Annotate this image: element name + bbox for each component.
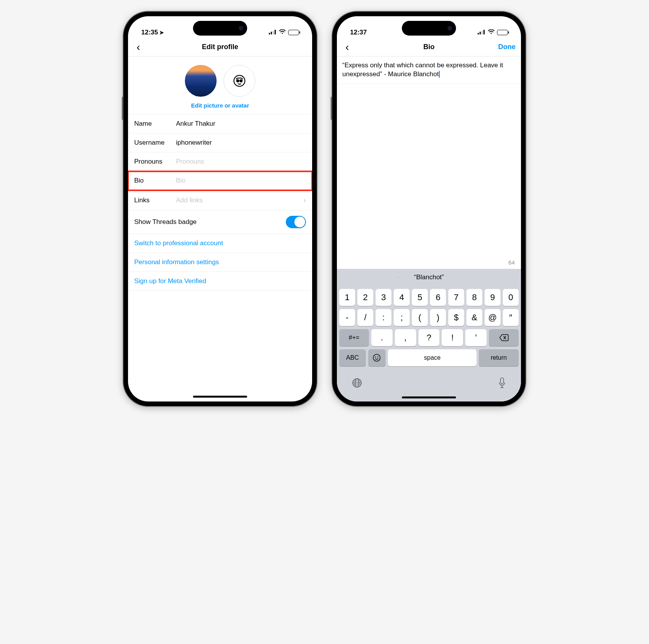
key-return[interactable]: return (479, 349, 519, 366)
key-abc[interactable]: ABC (339, 349, 366, 366)
svg-rect-7 (478, 33, 479, 34)
svg-rect-9 (482, 31, 483, 34)
svg-point-4 (234, 75, 245, 86)
location-arrow-icon: ➤ (159, 29, 164, 36)
key-space[interactable]: space (388, 349, 477, 366)
back-button[interactable]: ‹ (133, 40, 143, 54)
keyboard-footer (338, 369, 519, 393)
key-3[interactable]: 3 (376, 289, 391, 306)
char-count: 64 (508, 259, 515, 266)
label-bio: Bio (134, 177, 176, 184)
key-dollar[interactable]: $ (448, 309, 464, 326)
row-username[interactable]: Username iphonewriter (128, 133, 312, 152)
nav-bar: ‹ Bio Done (337, 38, 521, 56)
value-username: iphonewriter (176, 139, 306, 147)
bio-text-value: “Express only that which cannot be expre… (342, 61, 503, 78)
suggestion-center[interactable]: “Blanchot” (398, 273, 460, 281)
status-time: 12:37 (350, 29, 367, 36)
svg-rect-2 (273, 31, 274, 34)
bio-empty-area[interactable]: 64 (337, 84, 521, 269)
key-period[interactable]: . (371, 329, 393, 346)
placeholder-links: Add links (176, 196, 303, 204)
key-rparen[interactable]: ) (430, 309, 446, 326)
avatar-option[interactable] (224, 65, 255, 97)
key-2[interactable]: 2 (357, 289, 373, 306)
value-name: Ankur Thakur (176, 120, 306, 128)
bio-text-input[interactable]: “Express only that which cannot be expre… (337, 56, 521, 84)
home-indicator[interactable] (402, 396, 456, 398)
svg-point-12 (375, 357, 376, 357)
key-1[interactable]: 1 (339, 289, 355, 306)
suggestion-bar: “Blanchot” (337, 269, 521, 286)
key-0[interactable]: 0 (503, 289, 519, 306)
key-amp[interactable]: & (466, 309, 482, 326)
battery-icon (288, 30, 299, 35)
row-links[interactable]: Links Add links › (128, 190, 312, 210)
link-meta-verified[interactable]: Sign up for Meta Verified (128, 272, 312, 291)
key-quote[interactable]: ″ (503, 309, 519, 326)
key-semicolon[interactable]: ; (394, 309, 410, 326)
key-exclaim[interactable]: ! (442, 329, 463, 346)
page-title: Bio (424, 43, 435, 51)
threads-badge-toggle[interactable] (286, 216, 306, 228)
backspace-icon (499, 334, 509, 341)
emoji-icon (372, 354, 381, 362)
avatar-section: Edit picture or avatar (128, 56, 312, 114)
svg-rect-19 (500, 378, 504, 384)
placeholder-pronouns: Pronouns (176, 158, 306, 166)
profile-photo[interactable] (185, 65, 217, 97)
label-name: Name (134, 120, 176, 128)
key-symbols-mode[interactable]: #+= (339, 329, 369, 346)
svg-rect-3 (275, 30, 276, 34)
key-at[interactable]: @ (485, 309, 500, 326)
home-indicator[interactable] (193, 396, 247, 398)
key-dash[interactable]: - (339, 309, 355, 326)
globe-icon[interactable] (352, 378, 362, 390)
svg-point-11 (373, 354, 380, 361)
label-links: Links (134, 196, 176, 204)
status-time: 12:35 (141, 29, 158, 36)
row-name[interactable]: Name Ankur Thakur (128, 114, 312, 133)
keyboard-row-4: ABC space return (338, 349, 519, 366)
link-switch-professional[interactable]: Switch to professional account (128, 234, 312, 253)
key-apostrophe[interactable]: ’ (465, 329, 487, 346)
phone-right: 12:37 ‹ Bio Done “Express only that whic… (332, 12, 526, 406)
key-comma[interactable]: , (395, 329, 416, 346)
row-bio[interactable]: Bio Bio (128, 171, 312, 190)
keyboard: “Blanchot” 1 2 3 4 5 6 7 8 9 0 - / : ; ( (337, 269, 521, 401)
nav-bar: ‹ Edit profile (128, 38, 312, 56)
svg-point-13 (377, 357, 378, 357)
key-slash[interactable]: / (357, 309, 373, 326)
key-6[interactable]: 6 (430, 289, 446, 306)
key-4[interactable]: 4 (394, 289, 410, 306)
row-pronouns[interactable]: Pronouns Pronouns (128, 152, 312, 171)
done-button[interactable]: Done (498, 43, 516, 51)
keyboard-row-3: #+= . , ? ! ’ (338, 329, 519, 346)
text-cursor (439, 71, 440, 78)
link-personal-info[interactable]: Personal information settings (128, 253, 312, 272)
label-pronouns: Pronouns (134, 158, 176, 166)
keyboard-row-1: 1 2 3 4 5 6 7 8 9 0 (338, 289, 519, 306)
keyboard-row-2: - / : ; ( ) $ & @ ″ (338, 309, 519, 326)
screen-right: 12:37 ‹ Bio Done “Express only that whic… (337, 16, 521, 401)
wifi-icon (279, 29, 286, 36)
back-button[interactable]: ‹ (342, 40, 352, 54)
chevron-right-icon: › (303, 196, 306, 205)
cellular-icon (478, 29, 485, 36)
key-lparen[interactable]: ( (412, 309, 428, 326)
key-backspace[interactable] (489, 329, 519, 346)
key-9[interactable]: 9 (485, 289, 500, 306)
key-emoji[interactable] (368, 349, 386, 366)
key-7[interactable]: 7 (448, 289, 464, 306)
edit-picture-link[interactable]: Edit picture or avatar (191, 102, 249, 109)
key-8[interactable]: 8 (466, 289, 482, 306)
key-colon[interactable]: : (376, 309, 391, 326)
key-5[interactable]: 5 (412, 289, 428, 306)
placeholder-bio: Bio (176, 177, 306, 184)
phone-left: 12:35 ➤ ‹ Edit profile (123, 12, 317, 406)
dynamic-island (193, 21, 247, 36)
cellular-icon (269, 29, 277, 36)
key-question[interactable]: ? (418, 329, 440, 346)
mic-icon[interactable] (498, 377, 506, 390)
threads-badge-label: Show Threads badge (134, 218, 196, 226)
